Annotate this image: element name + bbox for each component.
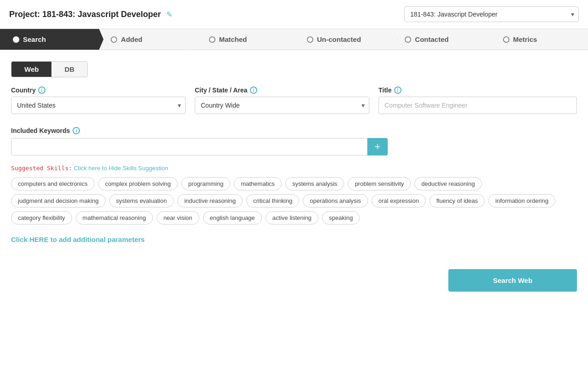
keyword-input-row: + [11,138,388,155]
keywords-info-icon[interactable]: i [73,127,80,134]
skill-tag[interactable]: computers and electronics [11,177,95,190]
country-info-icon[interactable]: i [38,86,45,94]
suggested-skills-prefix: Suggested Skills: [11,165,72,172]
tab-web[interactable]: Web [11,62,51,77]
project-select[interactable]: 181-843: Javascript Developer [404,6,579,22]
step-added-dot [111,36,117,43]
skill-tag[interactable]: deductive reasoning [414,177,481,190]
keywords-label: Included Keywords i [11,127,577,134]
step-uncontacted[interactable]: Un-contacted [294,29,392,50]
keyword-add-button[interactable]: + [368,138,388,155]
project-title: Project: 181-843: Javascript Developer [9,10,161,19]
title-field-group: Title i [379,86,577,114]
form-row: Country i United States ▾ City / State /… [11,86,577,114]
step-uncontacted-label: Un-contacted [317,35,361,43]
header: Project: 181-843: Javascript Developer ✎… [0,0,588,29]
country-select-container: United States ▾ [11,97,186,114]
skill-tag[interactable]: active listening [266,211,318,224]
step-added-label: Added [121,35,142,43]
skill-tag[interactable]: systems analysis [285,177,344,190]
step-contacted-label: Contacted [415,35,448,43]
search-web-button[interactable]: Search Web [448,269,577,292]
skill-tag[interactable]: programming [181,177,231,190]
skill-tag[interactable]: systems evaluation [109,194,174,207]
country-select[interactable]: United States [11,97,186,114]
step-contacted-dot [405,36,411,43]
skill-tag[interactable]: problem sensitivity [348,177,411,190]
project-select-wrapper: 181-843: Javascript Developer ▾ [404,6,579,22]
step-search-label: Search [23,35,46,43]
hide-skills-link[interactable]: Click here to Hide Skills Suggestion [74,165,168,172]
step-metrics-label: Metrics [513,35,537,43]
keyword-input[interactable] [11,138,368,155]
steps-nav: Search Added Matched Un-contacted Contac… [0,29,588,50]
skill-tag[interactable]: judgment and decision making [11,194,106,207]
skill-tag[interactable]: operations analysis [303,194,368,207]
header-left: Project: 181-843: Javascript Developer ✎ [9,10,172,19]
skill-tag[interactable]: mathematical reasoning [76,211,153,224]
country-label: Country i [11,86,186,94]
skill-tag[interactable]: fluency of ideas [430,194,485,207]
edit-icon[interactable]: ✎ [166,10,172,19]
step-metrics[interactable]: Metrics [490,29,588,50]
country-field-group: Country i United States ▾ [11,86,186,114]
skill-tag[interactable]: critical thinking [246,194,299,207]
skill-tag[interactable]: information ordering [488,194,555,207]
city-field-group: City / State / Area i Country Wide ▾ [195,86,369,114]
source-tabs: Web DB [11,61,88,77]
skill-tag[interactable]: category flexibility [11,211,72,224]
skill-tag[interactable]: oral expression [372,194,426,207]
skill-tag[interactable]: complex problem solving [98,177,178,190]
step-search-dot [13,36,19,43]
city-select[interactable]: Country Wide [195,97,369,114]
skill-tag[interactable]: speaking [322,211,360,224]
skill-tag[interactable]: english language [203,211,262,224]
title-input[interactable] [379,97,577,114]
step-metrics-dot [503,36,509,43]
title-info-icon[interactable]: i [394,86,401,94]
main-content: Web DB Country i United States ▾ [0,50,588,310]
skill-tag[interactable]: mathematics [234,177,282,190]
skill-tag[interactable]: inductive reasoning [177,194,243,207]
step-contacted[interactable]: Contacted [392,29,490,50]
skill-tags-container: computers and electronicscomplex problem… [11,177,577,224]
city-select-container: Country Wide ▾ [195,97,369,114]
step-search[interactable]: Search [0,29,98,50]
step-matched-dot [209,36,215,43]
add-params-link[interactable]: Click HERE to add additional parameters [11,236,577,243]
skill-tag[interactable]: near vision [157,211,199,224]
title-label: Title i [379,86,577,94]
step-added[interactable]: Added [98,29,196,50]
keywords-section: Included Keywords i + [11,127,577,155]
suggested-skills-label: Suggested Skills: Click here to Hide Ski… [11,165,577,172]
step-uncontacted-dot [307,36,313,43]
city-info-icon[interactable]: i [250,86,257,94]
search-btn-row: Search Web [11,262,577,299]
step-matched[interactable]: Matched [196,29,294,50]
step-matched-label: Matched [219,35,247,43]
tab-db[interactable]: DB [51,62,87,77]
city-label: City / State / Area i [195,86,369,94]
